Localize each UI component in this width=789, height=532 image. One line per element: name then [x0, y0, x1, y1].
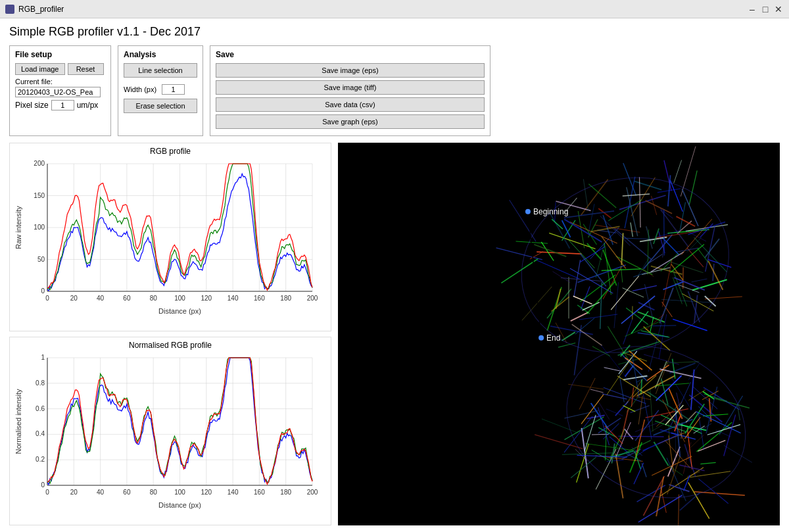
load-image-button[interactable]: Load image	[15, 63, 65, 75]
save-panel: Save Save image (eps) Save image (tiff) …	[210, 45, 490, 136]
width-row: Width (px)	[124, 84, 197, 95]
rgb-profile-canvas	[13, 158, 322, 316]
pixel-size-label: Pixel size	[15, 101, 49, 110]
title-bar-left: RGB_profiler	[5, 5, 64, 14]
line-selection-button[interactable]: Line selection	[124, 63, 197, 78]
charts-left: RGB profile Normalised RGB profile	[9, 143, 331, 525]
image-panel: Beginning End	[338, 143, 780, 525]
top-section: File setup Load image Reset Current file…	[9, 45, 780, 136]
title-bar-title: RGB_profiler	[18, 5, 64, 14]
file-buttons-row: Load image Reset	[15, 63, 105, 75]
reset-button[interactable]: Reset	[68, 63, 104, 75]
app-title: Simple RGB profiler v1.1 - Dec 2017	[9, 25, 780, 39]
current-file-input[interactable]	[15, 87, 101, 97]
width-label: Width (px)	[124, 85, 156, 93]
maximize-button[interactable]: □	[760, 4, 771, 14]
normalised-profile-title: Normalised RGB profile	[13, 341, 327, 350]
save-image-eps-button[interactable]: Save image (eps)	[216, 63, 485, 78]
close-button[interactable]: ✕	[773, 4, 784, 14]
pixel-size-row: Pixel size um/px	[15, 100, 105, 110]
minimize-button[interactable]: –	[747, 4, 757, 14]
save-graph-eps-button[interactable]: Save graph (eps)	[216, 114, 485, 129]
save-title: Save	[216, 50, 485, 59]
rgb-profile-title: RGB profile	[13, 147, 327, 156]
rgb-profile-chart-container: RGB profile	[9, 143, 331, 331]
main-content: Simple RGB profiler v1.1 - Dec 2017 File…	[0, 18, 789, 532]
erase-selection-button[interactable]: Erase selection	[124, 99, 197, 113]
line-selection-container: Line selection	[124, 63, 197, 80]
normalised-profile-canvas	[13, 352, 322, 510]
pixel-size-unit: um/px	[77, 101, 99, 110]
normalised-profile-chart-container: Normalised RGB profile	[9, 337, 331, 525]
save-image-tiff-button[interactable]: Save image (tiff)	[216, 80, 485, 95]
file-setup-panel: File setup Load image Reset Current file…	[9, 45, 111, 136]
app-icon	[5, 5, 14, 14]
analysis-title: Analysis	[124, 50, 197, 59]
width-input[interactable]	[162, 84, 185, 95]
charts-section: RGB profile Normalised RGB profile Begin…	[9, 143, 780, 525]
current-file-row	[15, 87, 105, 97]
save-data-csv-button[interactable]: Save data (csv)	[216, 97, 485, 112]
pixel-size-input[interactable]	[51, 100, 74, 110]
analysis-panel: Analysis Line selection Width (px) Erase…	[118, 45, 203, 136]
file-setup-title: File setup	[15, 50, 105, 59]
current-file-label: Current file:	[15, 78, 105, 85]
title-bar: RGB_profiler – □ ✕	[0, 0, 789, 18]
title-bar-controls[interactable]: – □ ✕	[747, 4, 784, 14]
microscope-canvas	[338, 143, 780, 525]
